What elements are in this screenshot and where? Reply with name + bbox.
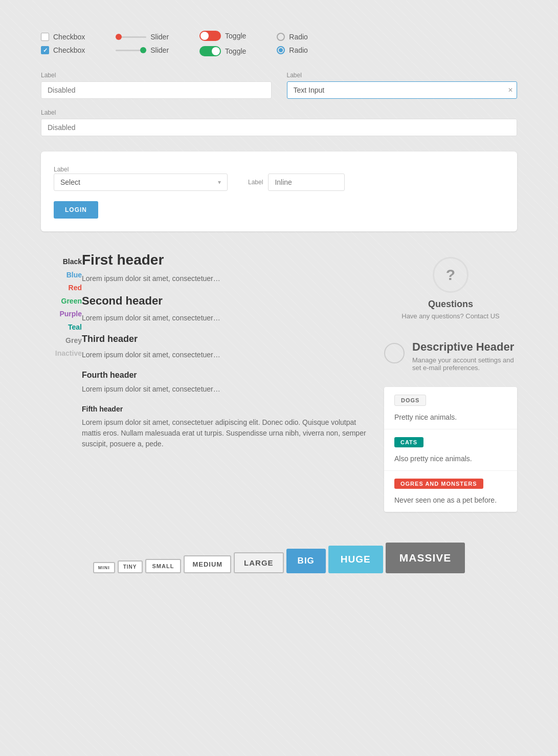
tab-item-dogs[interactable]: DOGS Pretty nice animals.	[384, 387, 517, 429]
text-input-wrapper: ✕	[287, 81, 518, 99]
slider-label-2: Slider	[150, 46, 169, 54]
input-group-text: Label ✕	[287, 72, 518, 99]
toggle-knob-1	[200, 32, 209, 40]
paragraph-1: Lorem ipsum dolor sit amet, consectetuer…	[82, 273, 369, 284]
toggle-knob-2	[212, 47, 220, 55]
desc-title: Descriptive Header	[412, 340, 517, 354]
size-btn-big[interactable]: BIG	[286, 549, 326, 573]
checkbox-label-1: Checkbox	[53, 33, 85, 41]
color-item: Teal	[41, 322, 82, 333]
radio-selected[interactable]	[277, 46, 285, 54]
paragraph-3: Lorem ipsum dolor sit amet, consectetuer…	[82, 350, 369, 360]
toggle-item-2[interactable]: Toggle	[199, 46, 246, 56]
input-label-2: Label	[287, 72, 518, 79]
question-icon: ?	[433, 257, 468, 293]
color-item: Purple	[41, 309, 82, 319]
toggle-on[interactable]	[199, 46, 221, 56]
form-card: Label Select ▾ Label LOGIN	[41, 152, 517, 231]
main-content: BlackBlueRedGreenPurpleTealGreyInactive …	[41, 252, 517, 532]
chevron-down-icon: ▾	[218, 179, 221, 186]
radio-group: Radio Radio	[277, 33, 308, 54]
slider-track-1[interactable]	[116, 36, 146, 38]
size-btn-large[interactable]: LARGE	[234, 552, 284, 573]
color-list: BlackBlueRedGreenPurpleTealGreyInactive	[41, 252, 82, 532]
inline-input-group: Label	[248, 174, 345, 191]
inline-label: Label	[248, 179, 263, 186]
size-btn-massive[interactable]: MASSIVE	[386, 543, 465, 573]
input-group-disabled-2: Label	[41, 109, 517, 136]
toggle-item-1[interactable]: Toggle	[199, 31, 246, 41]
checkbox-item-checked[interactable]: Checkbox	[41, 46, 85, 54]
color-item: Grey	[41, 336, 82, 346]
tab-content-dogs: Pretty nice animals.	[394, 413, 507, 421]
desc-subtitle: Manage your account settings and set e-m…	[412, 356, 517, 372]
toggle-group: Toggle Toggle	[199, 31, 246, 56]
paragraph-5: Lorem ipsum dolor sit amet, consectetuer…	[82, 417, 369, 449]
select-group: Label Select ▾	[54, 164, 228, 191]
header-h4: Fourth header	[82, 371, 369, 380]
tab-label-ogres[interactable]: OGRES AND MONSTERS	[394, 479, 483, 489]
tab-content-ogres: Never seen one as a pet before.	[394, 496, 507, 504]
checkbox-label-2: Checkbox	[53, 46, 85, 54]
inputs-row-2: Label	[41, 109, 517, 136]
radio-item-1[interactable]: Radio	[277, 33, 308, 41]
color-item: Green	[41, 296, 82, 307]
color-item: Black	[41, 257, 82, 267]
login-button[interactable]: LOGIN	[54, 201, 98, 219]
disabled-input-2[interactable]	[41, 119, 517, 136]
checkbox-unchecked[interactable]	[41, 33, 49, 41]
radio-unselected[interactable]	[277, 33, 285, 41]
toggle-label-1: Toggle	[225, 32, 246, 40]
toggle-off[interactable]	[199, 31, 221, 41]
tab-item-ogres[interactable]: OGRES AND MONSTERS Never seen one as a p…	[384, 471, 517, 512]
header-h3: Third header	[82, 334, 369, 344]
input-label-1: Label	[41, 72, 272, 79]
select-input[interactable]: Select ▾	[54, 174, 228, 191]
disabled-input-1[interactable]	[41, 81, 272, 99]
select-label: Label	[54, 166, 69, 173]
checkbox-group: Checkbox Checkbox	[41, 33, 85, 54]
size-buttons-row: MINITINYSMALLMEDIUMLARGEBIGHUGEMASSIVE	[41, 543, 517, 573]
toggle-label-2: Toggle	[225, 47, 246, 55]
paragraph-2: Lorem ipsum dolor sit amet, consectetuer…	[82, 313, 369, 323]
slider-label-1: Slider	[150, 33, 169, 41]
size-btn-tiny[interactable]: TINY	[118, 560, 143, 573]
size-btn-medium[interactable]: MEDIUM	[184, 555, 231, 573]
tab-item-cats[interactable]: CATS Also pretty nice animals.	[384, 429, 517, 470]
color-item: Blue	[41, 270, 82, 280]
color-item: Red	[41, 283, 82, 293]
inputs-row-1: Label Label ✕	[41, 72, 517, 99]
header-h1: First header	[82, 252, 369, 268]
questions-title: Questions	[384, 299, 517, 310]
slider-item-2[interactable]: Slider	[116, 46, 169, 54]
tabs-card: DOGS Pretty nice animals. CATS Also pret…	[384, 387, 517, 512]
header-h5: Fifth header	[82, 405, 369, 413]
tab-label-cats[interactable]: CATS	[394, 437, 423, 447]
questions-box: ? Questions Have any questions? Contact …	[384, 252, 517, 320]
radio-label-1: Radio	[289, 33, 308, 41]
slider-item-1[interactable]: Slider	[116, 33, 169, 41]
clear-icon[interactable]: ✕	[508, 87, 513, 94]
headers-section: First headerLorem ipsum dolor sit amet, …	[82, 252, 369, 532]
desc-text: Descriptive Header Manage your account s…	[412, 340, 517, 372]
form-select-row: Label Select ▾ Label	[54, 164, 504, 191]
inline-input-field[interactable]	[268, 174, 345, 191]
descriptive-header: Descriptive Header Manage your account s…	[384, 340, 517, 372]
questions-subtitle: Have any questions? Contact US	[384, 312, 517, 320]
paragraph-4: Lorem ipsum dolor sit amet, consectetuer…	[82, 384, 369, 395]
tab-content-cats: Also pretty nice animals.	[394, 455, 507, 463]
size-btn-huge[interactable]: HUGE	[328, 546, 383, 573]
text-input-field[interactable]	[287, 81, 518, 99]
radio-item-2[interactable]: Radio	[277, 46, 308, 54]
header-h2: Second header	[82, 294, 369, 308]
slider-thumb-1	[116, 34, 122, 40]
tab-label-dogs[interactable]: DOGS	[394, 395, 426, 406]
input-group-disabled: Label	[41, 72, 272, 99]
size-btn-mini[interactable]: MINI	[93, 562, 115, 573]
checkbox-item-unchecked[interactable]: Checkbox	[41, 33, 85, 41]
size-btn-small[interactable]: SMALL	[145, 559, 182, 573]
slider-group: Slider Slider	[116, 33, 169, 54]
slider-track-2[interactable]	[116, 50, 146, 51]
radio-label-2: Radio	[289, 46, 308, 54]
checkbox-checked[interactable]	[41, 46, 49, 54]
